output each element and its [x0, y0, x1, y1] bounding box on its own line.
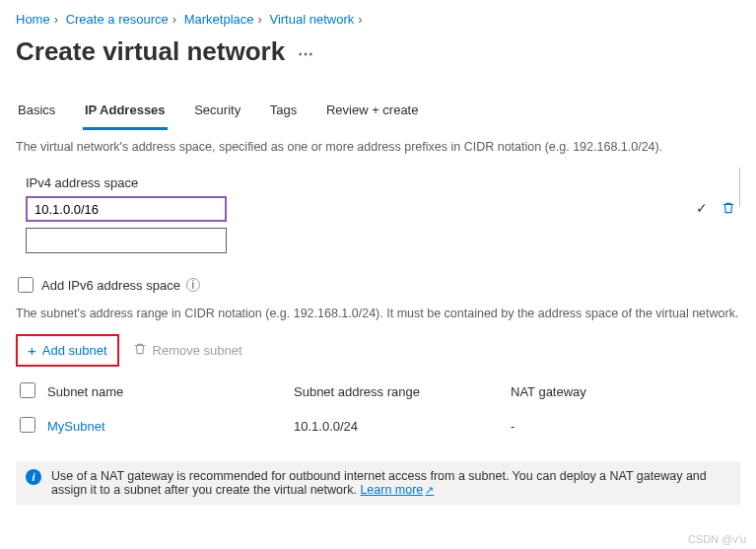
- remove-subnet-button: Remove subnet: [133, 342, 242, 359]
- chevron-right-icon: ›: [54, 12, 58, 27]
- chevron-right-icon: ›: [258, 12, 262, 27]
- breadcrumb-link[interactable]: Home: [16, 12, 50, 27]
- page-title: Create virtual network ⋯: [16, 36, 740, 67]
- subnet-table: Subnet name Subnet address range NAT gat…: [16, 375, 740, 444]
- info-icon: i: [26, 469, 41, 485]
- plus-icon: +: [28, 342, 36, 359]
- table-row: MySubnet 10.1.0.0/24 -: [16, 409, 740, 444]
- learn-more-link[interactable]: Learn more↗: [360, 483, 434, 497]
- select-subnet-checkbox[interactable]: [20, 417, 35, 433]
- trash-icon: [722, 201, 735, 215]
- delete-address-button[interactable]: [718, 201, 739, 218]
- ipv4-address-space-label: IPv4 address space: [26, 175, 739, 190]
- add-ipv6-checkbox[interactable]: [18, 277, 34, 293]
- ipv4-address-input[interactable]: [26, 196, 227, 222]
- info-icon[interactable]: i: [186, 278, 200, 292]
- checkmark-icon: ✓: [696, 200, 708, 216]
- trash-icon: [133, 342, 147, 359]
- subnet-name-link[interactable]: MySubnet: [47, 419, 105, 434]
- external-link-icon: ↗: [425, 484, 434, 496]
- breadcrumb: Home› Create a resource› Marketplace› Vi…: [16, 8, 740, 31]
- chevron-right-icon: ›: [172, 12, 176, 27]
- breadcrumb-link[interactable]: Virtual network: [269, 12, 354, 27]
- nat-gateway-notice: i Use of a NAT gateway is recommended fo…: [16, 461, 740, 505]
- subnet-range: 10.1.0.0/24: [294, 419, 511, 434]
- breadcrumb-link[interactable]: Marketplace: [184, 12, 254, 27]
- col-header-nat: NAT gateway: [511, 384, 740, 399]
- chevron-right-icon: ›: [358, 12, 362, 27]
- col-header-name: Subnet name: [47, 384, 294, 399]
- subnet-description: The subnet's address range in CIDR notat…: [16, 307, 740, 320]
- breadcrumb-link[interactable]: Create a resource: [66, 12, 169, 27]
- address-space-description: The virtual network's address space, spe…: [16, 140, 740, 154]
- add-ipv6-label: Add IPv6 address space: [41, 278, 180, 293]
- tab-tags[interactable]: Tags: [268, 97, 299, 127]
- tab-security[interactable]: Security: [192, 97, 242, 127]
- tab-ip-addresses[interactable]: IP Addresses: [83, 97, 168, 130]
- ipv4-address-input-empty[interactable]: [26, 228, 227, 253]
- select-all-subnets-checkbox[interactable]: [20, 382, 35, 398]
- add-subnet-button[interactable]: + Add subnet: [16, 334, 119, 367]
- col-header-range: Subnet address range: [294, 384, 511, 399]
- divider: [739, 168, 740, 207]
- subnet-nat: -: [511, 419, 740, 434]
- more-actions-button[interactable]: ⋯: [298, 45, 313, 62]
- tab-bar: Basics IP Addresses Security Tags Review…: [16, 97, 740, 130]
- tab-basics[interactable]: Basics: [16, 97, 57, 127]
- tab-review-create[interactable]: Review + create: [324, 97, 421, 127]
